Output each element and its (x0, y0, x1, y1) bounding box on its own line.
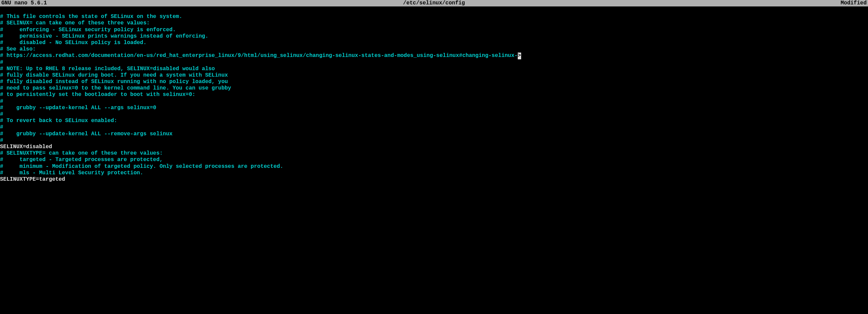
editor-line[interactable]: # targeted - Targeted processes are prot… (0, 157, 868, 163)
editor-line[interactable]: # enforcing - SELinux security policy is… (0, 27, 868, 33)
comment-text: # permissive - SELinux prints warnings i… (0, 33, 209, 39)
comment-text: # mls - Multi Level Security protection. (0, 170, 143, 176)
editor-line[interactable]: # disabled - No SELinux policy is loaded… (0, 40, 868, 46)
editor-line[interactable]: SELINUXTYPE=targeted (0, 176, 868, 183)
editor-line[interactable]: # SELINUX= can take one of these three v… (0, 20, 868, 26)
comment-text: # minimum - Modification of targeted pol… (0, 163, 283, 170)
nano-modified-status: Modified (841, 0, 867, 6)
nano-filename: /etc/selinux/config (403, 0, 465, 6)
nano-titlebar: GNU nano 5.6.1 /etc/selinux/config Modif… (0, 0, 868, 6)
editor-line[interactable]: # need to pass selinux=0 to the kernel c… (0, 85, 868, 92)
comment-text: # https://access.redhat.com/documentatio… (0, 53, 518, 59)
editor-line[interactable]: # mls - Multi Level Security protection. (0, 170, 868, 176)
editor-line[interactable] (0, 7, 868, 14)
comment-text: # grubby --update-kernel ALL --args seli… (0, 105, 156, 111)
config-setting: SELINUXTYPE=targeted (0, 176, 65, 182)
comment-text: # SELINUXTYPE= can take one of these thr… (0, 150, 163, 156)
comment-text: # NOTE: Up to RHEL 8 release included, S… (0, 66, 215, 72)
config-setting: SELINUX=disabled (0, 144, 52, 150)
editor-line[interactable]: # (0, 111, 868, 118)
comment-text: # grubby --update-kernel ALL --remove-ar… (0, 131, 173, 137)
comment-text: # See also: (0, 46, 36, 52)
nano-version: GNU nano 5.6.1 (1, 0, 47, 6)
comment-text: # SELINUX= can take one of these three v… (0, 20, 150, 26)
comment-text: # (0, 98, 3, 104)
comment-text: # need to pass selinux=0 to the kernel c… (0, 85, 231, 91)
editor-line[interactable]: # (0, 124, 868, 131)
comment-text: # targeted - Targeted processes are prot… (0, 157, 163, 163)
editor-line[interactable]: # This file controls the state of SELinu… (0, 14, 868, 20)
comment-text: # (0, 59, 3, 65)
comment-text: # disabled - No SELinux policy is loaded… (0, 40, 146, 46)
editor-line[interactable]: # minimum - Modification of targeted pol… (0, 163, 868, 170)
editor-line[interactable]: # to persistently set the bootloader to … (0, 92, 868, 98)
editor-line[interactable]: # (0, 59, 868, 66)
editor-line[interactable]: # To revert back to SELinux enabled: (0, 118, 868, 124)
comment-text: # This file controls the state of SELinu… (0, 14, 182, 20)
editor-line[interactable]: # See also: (0, 46, 868, 53)
editor-line[interactable]: # SELINUXTYPE= can take one of these thr… (0, 150, 868, 157)
editor-line[interactable]: # fully disable SELinux during boot. If … (0, 72, 868, 79)
editor-area[interactable]: # This file controls the state of SELinu… (0, 6, 868, 183)
editor-line[interactable]: # (0, 137, 868, 144)
comment-text: # enforcing - SELinux security policy is… (0, 27, 176, 33)
editor-line[interactable]: # grubby --update-kernel ALL --args seli… (0, 105, 868, 111)
comment-text: # to persistently set the bootloader to … (0, 92, 195, 98)
editor-line[interactable]: SELINUX=disabled (0, 144, 868, 150)
editor-line[interactable]: # https://access.redhat.com/documentatio… (0, 53, 868, 59)
comment-text: # To revert back to SELinux enabled: (0, 118, 117, 124)
line-overflow-indicator-icon: > (518, 53, 521, 59)
editor-line[interactable]: # permissive - SELinux prints warnings i… (0, 33, 868, 40)
comment-text: # fully disable SELinux during boot. If … (0, 72, 228, 78)
comment-text: # fully disabled instead of SELinux runn… (0, 79, 228, 85)
comment-text: # (0, 111, 3, 117)
editor-line[interactable]: # fully disabled instead of SELinux runn… (0, 79, 868, 85)
editor-line[interactable]: # grubby --update-kernel ALL --remove-ar… (0, 131, 868, 137)
comment-text: # (0, 137, 3, 143)
editor-line[interactable]: # (0, 98, 868, 105)
editor-line[interactable]: # NOTE: Up to RHEL 8 release included, S… (0, 66, 868, 72)
comment-text: # (0, 124, 3, 130)
